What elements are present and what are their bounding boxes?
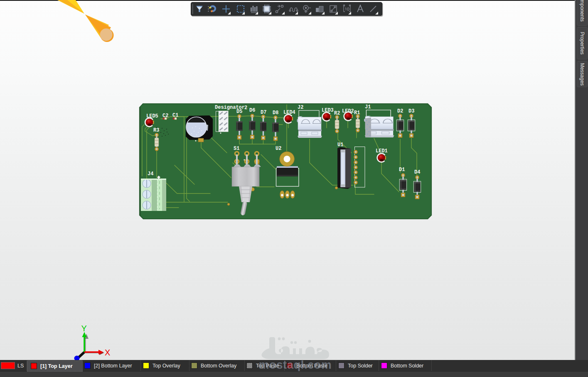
svg-text:S1: S1 bbox=[234, 146, 239, 152]
svg-text:J1: J1 bbox=[365, 104, 371, 110]
svg-text:mostaql.com: mostaql.com bbox=[259, 358, 332, 371]
svg-text:R1: R1 bbox=[354, 110, 360, 116]
svg-text:2: 2 bbox=[244, 105, 247, 111]
svg-text:LED3: LED3 bbox=[322, 108, 334, 113]
svg-text:LED5: LED5 bbox=[146, 113, 158, 119]
svg-text:X: X bbox=[105, 348, 110, 357]
svg-text:J2: J2 bbox=[298, 105, 303, 110]
svg-text:D5: D5 bbox=[236, 109, 242, 115]
svg-text:D8: D8 bbox=[273, 110, 278, 116]
svg-text:D7: D7 bbox=[261, 110, 266, 115]
svg-text:LED4: LED4 bbox=[283, 110, 295, 115]
svg-text:D1: D1 bbox=[399, 167, 405, 173]
svg-text:J4: J4 bbox=[148, 171, 153, 177]
svg-text:U1: U1 bbox=[337, 142, 343, 148]
svg-text:D2: D2 bbox=[397, 108, 403, 114]
svg-text:U2: U2 bbox=[276, 146, 281, 152]
svg-text:C1: C1 bbox=[172, 113, 178, 118]
svg-text:R3: R3 bbox=[153, 127, 159, 133]
svg-text:LED1: LED1 bbox=[376, 148, 388, 154]
svg-text:D4: D4 bbox=[414, 169, 420, 175]
svg-text:R2: R2 bbox=[334, 110, 340, 116]
svg-text:LED2: LED2 bbox=[342, 108, 354, 114]
svg-text:Y: Y bbox=[81, 324, 87, 333]
svg-text:D3: D3 bbox=[408, 108, 414, 114]
svg-text:D6: D6 bbox=[249, 108, 255, 113]
svg-text:C2: C2 bbox=[162, 113, 168, 119]
